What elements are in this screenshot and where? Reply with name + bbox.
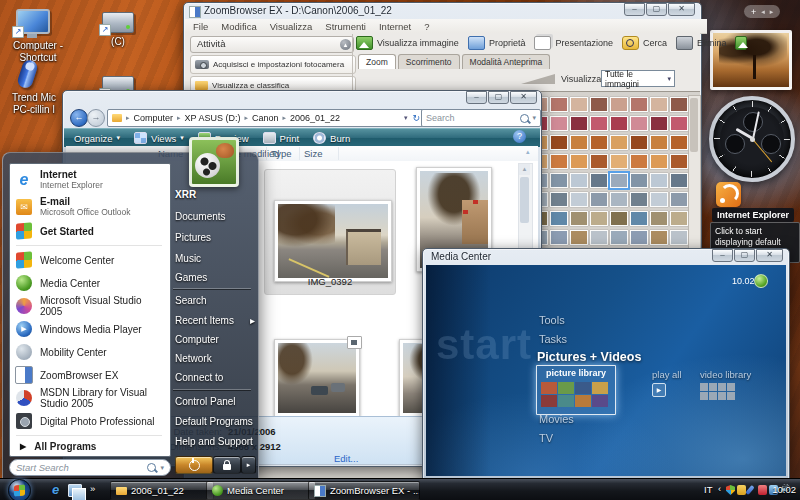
zb-thumbnail[interactable] bbox=[630, 97, 648, 112]
zb-thumbnail[interactable] bbox=[610, 116, 628, 131]
zb-thumbnail[interactable] bbox=[670, 230, 688, 245]
menu-visualizza[interactable]: Visualizza bbox=[270, 21, 313, 32]
zb-thumbnail[interactable] bbox=[650, 154, 668, 169]
zb-thumbnail[interactable] bbox=[650, 211, 668, 226]
zb-thumbnail[interactable] bbox=[650, 135, 668, 150]
recent-media-center[interactable]: Media Center bbox=[14, 272, 164, 294]
breadcrumb-canon[interactable]: Canon bbox=[252, 113, 279, 123]
menu-file[interactable]: File bbox=[193, 21, 208, 32]
language-indicator[interactable]: IT bbox=[704, 484, 712, 495]
tray-icon-yellow[interactable] bbox=[737, 485, 746, 495]
zb-thumbnail[interactable] bbox=[670, 154, 688, 169]
recent-mobility-center[interactable]: Mobility Center bbox=[14, 341, 164, 363]
minimize-button[interactable] bbox=[466, 91, 487, 104]
feed-gadget-rss-icon[interactable] bbox=[716, 182, 741, 207]
recent-visual-studio[interactable]: Microsoft Visual Studio 2005 bbox=[14, 295, 164, 317]
zb-thumbnail[interactable] bbox=[670, 211, 688, 226]
sidebar-item-computer[interactable]: Computer bbox=[175, 334, 255, 345]
print-button[interactable]: Print bbox=[263, 132, 300, 144]
zb-thumbnail[interactable] bbox=[590, 154, 608, 169]
sidebar-item-help-support[interactable]: Help and Support bbox=[175, 436, 255, 447]
zb-thumbnail[interactable] bbox=[650, 230, 668, 245]
zb-thumbnail[interactable] bbox=[570, 211, 588, 226]
zb-thumbnail[interactable] bbox=[550, 97, 568, 112]
zb-thumbnail[interactable] bbox=[550, 230, 568, 245]
recent-welcome-center[interactable]: Welcome Center bbox=[14, 249, 164, 271]
breadcrumb-drive[interactable]: XP ASUS (D:) bbox=[185, 113, 241, 123]
zb-thumbnail[interactable] bbox=[550, 173, 568, 188]
file-tile-video[interactable] bbox=[274, 339, 360, 417]
search-input[interactable]: Search bbox=[421, 109, 541, 127]
delete-button[interactable]: Elimina bbox=[676, 36, 727, 50]
zb-thumbnail[interactable] bbox=[550, 211, 568, 226]
mc-video-library[interactable]: video library bbox=[700, 369, 751, 380]
zb-thumbnail[interactable] bbox=[590, 211, 608, 226]
sidebar-item-pictures[interactable]: Pictures bbox=[175, 232, 255, 243]
recent-digital-photo[interactable]: Digital Photo Professional bbox=[14, 410, 164, 432]
file-tile-selected[interactable]: IMG_0392 bbox=[264, 169, 396, 295]
zb-thumbnail[interactable] bbox=[590, 173, 608, 188]
help-button[interactable] bbox=[513, 130, 526, 143]
sidebar-item-network[interactable]: Network bbox=[175, 353, 255, 364]
sort-arrow-icon[interactable] bbox=[526, 148, 530, 156]
maximize-button[interactable] bbox=[646, 3, 667, 16]
address-bar[interactable]: Computer XP ASUS (D:) Canon 2006_01_22 bbox=[107, 109, 425, 127]
mc-item-tasks[interactable]: Tasks bbox=[539, 333, 567, 345]
start-search-input[interactable]: Start Search bbox=[9, 459, 171, 476]
sidebar-item-music[interactable]: Music bbox=[175, 253, 255, 264]
close-button[interactable] bbox=[510, 91, 537, 104]
user-avatar[interactable] bbox=[189, 137, 239, 187]
zb-thumbnail[interactable] bbox=[630, 116, 648, 131]
address-dropdown-icon[interactable] bbox=[404, 114, 408, 122]
menu-modifica[interactable]: Modifica bbox=[221, 21, 256, 32]
zb-thumbnail[interactable] bbox=[550, 135, 568, 150]
zb-thumbnail[interactable] bbox=[550, 192, 568, 207]
mc-item-tv[interactable]: TV bbox=[539, 432, 553, 444]
image-filter-select[interactable]: Tutte le immagini bbox=[601, 70, 675, 87]
zb-thumbnail[interactable] bbox=[590, 192, 608, 207]
zb-thumbnail[interactable] bbox=[590, 230, 608, 245]
zb-thumbnail[interactable] bbox=[610, 135, 628, 150]
refresh-icon[interactable] bbox=[412, 113, 420, 123]
quicklaunch-switch-windows-icon[interactable] bbox=[68, 484, 82, 497]
mc-item-tools[interactable]: Tools bbox=[539, 314, 565, 326]
maximize-button[interactable] bbox=[488, 91, 509, 104]
edit-link[interactable]: Edit... bbox=[334, 453, 358, 464]
zb-thumbnail[interactable] bbox=[590, 135, 608, 150]
recent-msdn[interactable]: MSDN Library for Visual Studio 2005 bbox=[14, 387, 164, 409]
taskbar-button-zoombrowser[interactable]: ZoomBrowser EX - ... bbox=[308, 481, 420, 500]
zb-thumbnail[interactable] bbox=[610, 211, 628, 226]
mc-play-all[interactable]: play all bbox=[652, 369, 682, 380]
pinned-internet[interactable]: e Internet Internet Explorer bbox=[14, 166, 164, 193]
zb-thumbnail[interactable] bbox=[630, 230, 648, 245]
power-button[interactable] bbox=[175, 456, 213, 474]
zb-thumbnail[interactable] bbox=[550, 116, 568, 131]
add-gadget-icon[interactable] bbox=[751, 6, 756, 18]
zb-thumbnail[interactable] bbox=[630, 135, 648, 150]
minimize-button[interactable] bbox=[624, 3, 645, 16]
zb-thumbnail[interactable] bbox=[610, 173, 628, 188]
sidebar-item-control-panel[interactable]: Control Panel bbox=[175, 396, 255, 407]
clipped-toolbar-icon[interactable] bbox=[735, 36, 747, 50]
tray-expand-icon[interactable] bbox=[718, 483, 721, 494]
back-button[interactable] bbox=[70, 109, 88, 127]
scrollbar-thumb[interactable] bbox=[520, 177, 529, 223]
mc-item-movies[interactable]: Movies bbox=[539, 413, 574, 425]
maximize-button[interactable] bbox=[734, 249, 755, 262]
search-button[interactable]: Cerca bbox=[622, 36, 667, 50]
lock-button[interactable] bbox=[213, 456, 241, 474]
collapse-tasks-button[interactable] bbox=[340, 39, 351, 50]
sidebar-item-connect-to[interactable]: Connect to bbox=[175, 372, 255, 383]
zb-thumbnail[interactable] bbox=[650, 192, 668, 207]
zb-thumbnail[interactable] bbox=[670, 97, 688, 112]
zb-thumbnail[interactable] bbox=[630, 154, 648, 169]
zb-thumbnail[interactable] bbox=[610, 192, 628, 207]
menu-help[interactable]: ? bbox=[424, 21, 429, 32]
pinned-get-started[interactable]: Get Started bbox=[14, 221, 164, 241]
zb-thumbnail[interactable] bbox=[650, 173, 668, 188]
sidebar-item-search[interactable]: Search bbox=[175, 295, 255, 306]
zb-thumbnail[interactable] bbox=[610, 97, 628, 112]
security-shield-icon[interactable] bbox=[726, 485, 735, 495]
tray-pen-icon[interactable] bbox=[745, 485, 754, 495]
zb-thumbnail[interactable] bbox=[610, 154, 628, 169]
